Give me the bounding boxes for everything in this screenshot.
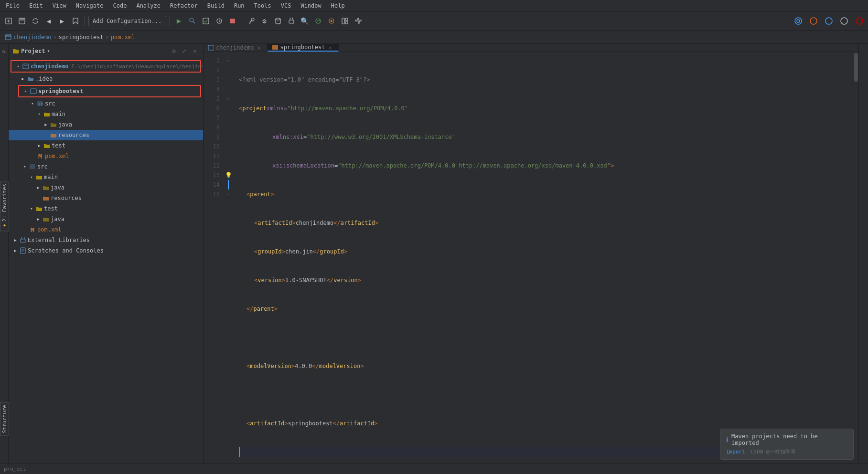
layout-icon[interactable] [339, 15, 351, 27]
fold-gutter: ▾ m 💡 ▾ [224, 52, 233, 474]
fold-arrow-line5[interactable]: m [224, 94, 233, 104]
settings-icon[interactable]: ⚙ [259, 15, 270, 27]
menu-item-refactor[interactable]: Refactor [168, 1, 200, 10]
tree-item-src1[interactable]: ▾ src src [9, 98, 203, 109]
import-action[interactable]: Import [726, 449, 745, 455]
close-panel-icon[interactable]: ✕ [191, 47, 199, 55]
debug-button[interactable] [187, 15, 198, 27]
tab-pom-xml[interactable]: springbootest ✕ [268, 44, 339, 52]
main1-label: main [52, 111, 65, 117]
tree-item-test2[interactable]: ▾ test [9, 203, 203, 214]
tree-item-src2[interactable]: ▾ src [9, 161, 203, 172]
menu-item-view[interactable]: View [51, 1, 68, 10]
database-icon[interactable] [272, 15, 284, 27]
profile-button[interactable] [214, 15, 225, 27]
svg-rect-31 [208, 45, 214, 50]
menu-item-edit[interactable]: Edit [27, 1, 45, 10]
edge-icon[interactable] [823, 15, 835, 27]
line-numbers: 1 2 3 4 5 6 7 8 9 10 11 12 13 14 15 [204, 52, 224, 474]
code-line-12 [239, 390, 847, 400]
project-icon [5, 34, 11, 41]
expand-icon[interactable]: ⤢ [180, 47, 189, 55]
separator-1 [85, 16, 85, 26]
run-button[interactable]: ▶ [173, 15, 185, 27]
pom-icon-2: M [29, 226, 36, 233]
idea-label: .idea [35, 75, 53, 82]
save-icon[interactable] [16, 15, 28, 27]
dropdown-arrow-icon[interactable]: ▾ [47, 48, 50, 53]
tree-item-java2[interactable]: ▶ java [9, 182, 203, 193]
chrome-icon[interactable] [793, 15, 804, 27]
android-icon[interactable] [286, 15, 297, 27]
tree-item-pom1[interactable]: M pom.xml [9, 151, 203, 161]
tree-item-java1[interactable]: ▶ java [9, 119, 203, 130]
tree-item-scratches[interactable]: ▶ Scratches and Consoles [9, 245, 203, 256]
tree-item-extlib[interactable]: ▶ External Libraries [9, 235, 203, 245]
code-line-10 [239, 333, 847, 342]
svg-point-7 [251, 18, 254, 21]
new-project-icon[interactable] [3, 15, 14, 27]
opera-icon[interactable] [854, 15, 865, 27]
bookmark-icon[interactable] [70, 15, 81, 27]
firefox-icon[interactable] [808, 15, 819, 27]
project-tree: ▾ chenjindemo E:\chenjin\software\ideawo… [9, 58, 203, 474]
menu-item-tools[interactable]: Tools [252, 1, 273, 10]
tree-item-resources2[interactable]: resources [9, 193, 203, 203]
structure-panel-button[interactable]: Structure [0, 402, 9, 436]
code-line-7: <groupId>chen.jin</groupId> [239, 247, 847, 256]
tab-chenjindemo[interactable]: chenjindemo ✕ [204, 44, 268, 52]
code-line-11: <modelVersion>4.0.0</modelVersion> [239, 361, 847, 371]
svg-point-17 [797, 20, 800, 22]
close-tab-chenjindemo[interactable]: ✕ [256, 44, 262, 51]
tree-item-chenjindemo[interactable]: ▾ chenjindemo E:\chenjin\software\ideawo… [11, 61, 200, 72]
menu-item-navigate[interactable]: Navigate [74, 1, 106, 10]
code-editor[interactable]: <?xml version="1.0" encoding="UTF-8"?> <… [233, 52, 853, 474]
gear-icon[interactable]: ⚙ [170, 47, 178, 55]
search-everywhere-icon[interactable]: 🔍 [299, 15, 311, 27]
menu-item-build[interactable]: Build [205, 1, 226, 10]
tree-item-pom2[interactable]: M pom.xml [9, 224, 203, 235]
color-picker-icon[interactable] [326, 15, 337, 27]
breadcrumb: chenjindemo › springbootest › pom.xml [0, 31, 868, 44]
favorites-panel-button[interactable]: ★ 2: Favorites [0, 181, 9, 231]
menu-item-window[interactable]: Window [299, 1, 323, 10]
menu-item-vcs[interactable]: VCS [279, 1, 293, 10]
menu-item-analyze[interactable]: Analyze [134, 1, 162, 10]
separator-3 [242, 16, 242, 26]
tree-item-java3[interactable]: ▶ java [9, 214, 203, 224]
svg-rect-28 [30, 164, 35, 169]
stop-button[interactable] [227, 15, 238, 27]
tree-item-main1[interactable]: ▾ main [9, 109, 203, 119]
menu-item-help[interactable]: Help [329, 1, 347, 10]
status-bar: project [0, 463, 868, 474]
add-configuration-button[interactable]: Add Configuration... [88, 16, 166, 26]
menu-item-file[interactable]: File [4, 1, 21, 10]
tree-item-test1[interactable]: ▶ test [9, 140, 203, 151]
fold-arrow-line2[interactable]: ▾ [224, 56, 233, 65]
breadcrumb-project[interactable]: chenjindemo [13, 34, 51, 41]
tree-item-springbootest[interactable]: ▾ springbootest [19, 86, 200, 96]
spring-icon[interactable] [312, 15, 324, 27]
code-line-5: <parent> [239, 190, 847, 199]
sync-icon[interactable] [30, 15, 41, 27]
plugin-icon[interactable] [353, 15, 364, 27]
tree-item-idea[interactable]: ▶ .idea [9, 74, 203, 84]
back-icon[interactable]: ◀ [43, 15, 54, 27]
project-tool-icon[interactable]: P [0, 48, 8, 55]
code-line-8: <version>1.0-SNAPSHOT</version> [239, 275, 847, 285]
svg-point-10 [316, 19, 321, 23]
menu-item-code[interactable]: Code [111, 1, 129, 10]
bulb-icon[interactable]: 💡 [224, 170, 233, 180]
safari-icon[interactable] [838, 15, 850, 27]
coverage-button[interactable] [200, 15, 212, 27]
breadcrumb-module[interactable]: springbootest [59, 34, 104, 41]
tree-item-main2[interactable]: ▾ main [9, 172, 203, 182]
menu-item-run[interactable]: Run [232, 1, 246, 10]
forward-icon[interactable]: ▶ [56, 15, 68, 27]
pom2-label: pom.xml [37, 226, 62, 233]
build-project-icon[interactable] [246, 15, 257, 27]
close-tab-springbootest[interactable]: ✕ [327, 44, 333, 51]
fold-arrow-line15[interactable]: ▾ [224, 190, 233, 199]
vertical-scrollbar[interactable] [853, 52, 858, 474]
tree-item-resources1[interactable]: resources [9, 130, 203, 140]
